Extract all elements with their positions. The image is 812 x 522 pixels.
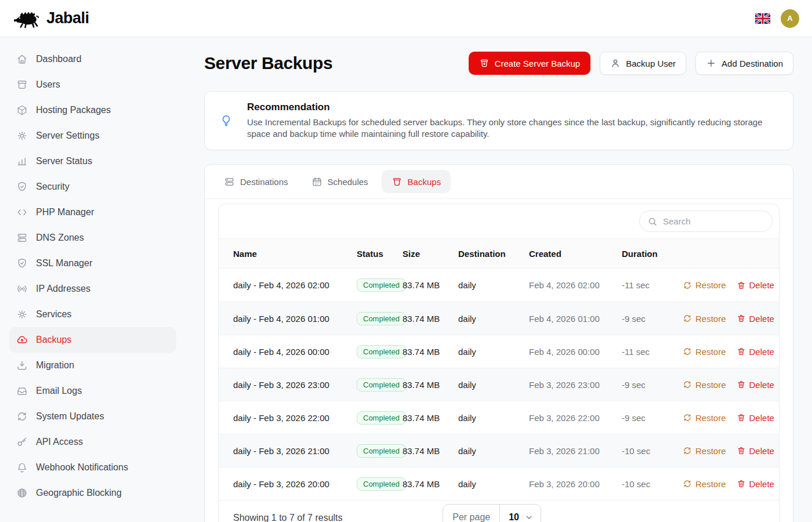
refresh-icon xyxy=(683,347,692,356)
sidebar-item-label: Email Logs xyxy=(36,386,82,396)
link-label: Delete xyxy=(749,380,774,390)
search-field[interactable] xyxy=(663,216,764,226)
download-tray-icon xyxy=(16,360,28,371)
status-badge: Completed xyxy=(357,411,406,425)
link-label: Restore xyxy=(695,347,726,357)
delete-link[interactable]: Delete xyxy=(737,347,774,357)
trash-icon xyxy=(737,413,746,422)
create-server-backup-button[interactable]: Create Server Backup xyxy=(469,52,591,75)
sidebar-item-label: Server Settings xyxy=(36,130,99,141)
backups-table-card: NameStatusSizeDestinationCreatedDuration… xyxy=(218,204,780,522)
table-body: daily - Feb 4, 2026 02:00Completed83.74 … xyxy=(219,269,779,500)
sidebar-item-dashboard[interactable]: Dashboard xyxy=(9,46,176,72)
sidebar-item-label: PHP Manager xyxy=(36,207,94,217)
delete-link[interactable]: Delete xyxy=(737,280,774,290)
cell-actions: RestoreDelete xyxy=(683,380,774,390)
link-label: Delete xyxy=(749,446,774,456)
link-label: Restore xyxy=(695,413,726,423)
cell-destination: daily xyxy=(458,280,529,290)
table-row: daily - Feb 3, 2026 22:00Completed83.74 … xyxy=(219,401,779,434)
sidebar-item-ssl-manager[interactable]: SSL Manager xyxy=(9,251,176,276)
restore-link[interactable]: Restore xyxy=(683,446,726,456)
sidebar-item-services[interactable]: Services xyxy=(9,302,176,327)
main-content: Server Backups Create Server BackupBacku… xyxy=(204,37,793,522)
button-label: Backup User xyxy=(626,59,676,68)
backups-panel: DestinationsSchedulesBackups NameStatusS… xyxy=(204,164,793,522)
restore-link[interactable]: Restore xyxy=(683,413,726,423)
sidebar-item-label: SSL Manager xyxy=(36,258,92,269)
broadcast-icon xyxy=(16,283,28,295)
home-icon xyxy=(16,53,28,65)
sidebar-item-ip-addresses[interactable]: IP Addresses xyxy=(9,276,176,302)
bell-icon xyxy=(16,462,28,473)
restore-link[interactable]: Restore xyxy=(683,479,726,489)
tab-schedules[interactable]: Schedules xyxy=(302,170,378,193)
cell-destination: daily xyxy=(458,413,529,423)
cell-actions: RestoreDelete xyxy=(683,446,774,456)
refresh-icon xyxy=(683,446,692,455)
archive-box-icon xyxy=(16,79,28,90)
cell-name: daily - Feb 4, 2026 02:00 xyxy=(233,280,357,290)
archive-tray-icon xyxy=(392,176,403,187)
delete-link[interactable]: Delete xyxy=(737,479,774,489)
sidebar-item-server-status[interactable]: Server Status xyxy=(9,148,176,174)
brand[interactable]: Jabali xyxy=(13,9,89,28)
restore-link[interactable]: Restore xyxy=(683,380,726,390)
sidebar-item-webhook-notifications[interactable]: Webhook Notifications xyxy=(9,455,176,480)
avatar[interactable]: A xyxy=(781,9,799,28)
cell-actions: RestoreDelete xyxy=(683,280,774,290)
server-stack-icon xyxy=(224,176,235,187)
sidebar-item-users[interactable]: Users xyxy=(9,72,176,97)
cell-duration: -11 sec xyxy=(622,280,683,290)
link-label: Restore xyxy=(695,280,726,290)
search-input[interactable] xyxy=(639,211,773,232)
table-row: daily - Feb 4, 2026 01:00Completed83.74 … xyxy=(219,302,779,335)
link-label: Delete xyxy=(749,280,774,290)
restore-link[interactable]: Restore xyxy=(683,347,726,357)
sidebar-item-label: Migration xyxy=(36,360,74,371)
sidebar-item-label: Hosting Packages xyxy=(36,105,111,115)
status-badge: Completed xyxy=(357,345,406,358)
brand-name: Jabali xyxy=(46,9,89,27)
page-title: Server Backups xyxy=(204,53,332,73)
refresh-icon xyxy=(683,479,692,488)
button-label: Add Destination xyxy=(722,59,783,68)
sidebar-item-hosting-packages[interactable]: Hosting Packages xyxy=(9,97,176,123)
sidebar-item-php-manager[interactable]: PHP Manager xyxy=(9,200,176,225)
archive-down-icon xyxy=(479,58,490,68)
recommendation-title: Recommendation xyxy=(247,102,763,113)
add-destination-button[interactable]: Add Destination xyxy=(695,52,793,75)
lightbulb-icon xyxy=(220,114,233,127)
restore-link[interactable]: Restore xyxy=(683,280,726,290)
delete-link[interactable]: Delete xyxy=(737,380,774,390)
app-header: Jabali A xyxy=(0,0,812,37)
refresh-icon xyxy=(683,413,692,422)
cell-status: Completed xyxy=(357,378,403,392)
backup-user-button[interactable]: Backup User xyxy=(600,52,686,75)
restore-link[interactable]: Restore xyxy=(683,314,726,324)
table-row: daily - Feb 4, 2026 00:00Completed83.74 … xyxy=(219,335,779,368)
tab-backups[interactable]: Backups xyxy=(382,170,451,193)
sidebar-item-dns-zones[interactable]: DNS Zones xyxy=(9,225,176,251)
cell-duration: -9 sec xyxy=(622,314,683,324)
sidebar-item-server-settings[interactable]: Server Settings xyxy=(9,123,176,148)
server-stack-icon xyxy=(16,232,28,244)
sidebar-item-security[interactable]: Security xyxy=(9,174,176,200)
sidebar-item-geographic-blocking[interactable]: Geographic Blocking xyxy=(9,480,176,506)
trash-icon xyxy=(737,281,746,290)
cell-size: 83.74 MB xyxy=(403,446,458,456)
sidebar-item-api-access[interactable]: API Access xyxy=(9,429,176,455)
search-icon xyxy=(647,216,658,227)
sidebar-item-backups[interactable]: Backups xyxy=(9,327,176,353)
sidebar-item-migration[interactable]: Migration xyxy=(9,353,176,378)
page-actions: Create Server BackupBackup UserAdd Desti… xyxy=(469,52,793,75)
sidebar-item-email-logs[interactable]: Email Logs xyxy=(9,378,176,404)
tab-destinations[interactable]: Destinations xyxy=(214,170,298,193)
sidebar-item-system-updates[interactable]: System Updates xyxy=(9,404,176,429)
uk-flag-icon[interactable] xyxy=(755,13,770,24)
delete-link[interactable]: Delete xyxy=(737,314,774,324)
delete-link[interactable]: Delete xyxy=(737,413,774,423)
shield-check-icon xyxy=(16,181,28,193)
per-page-select[interactable]: Per page 10 xyxy=(443,504,541,522)
delete-link[interactable]: Delete xyxy=(737,446,774,456)
